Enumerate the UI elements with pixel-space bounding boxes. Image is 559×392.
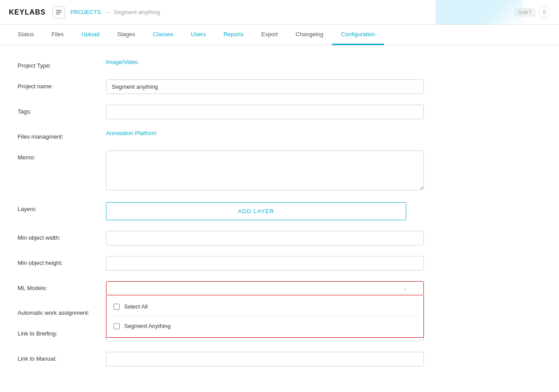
- tab-configuration[interactable]: Configuration: [332, 25, 384, 45]
- link-manual-input-wrapper: [106, 352, 468, 366]
- segment-anything-label: Segment Anything: [124, 323, 171, 329]
- link-briefing-label: Link to Briefing:: [18, 327, 106, 337]
- shift-key-label: SHIFT: [515, 8, 535, 16]
- tab-status[interactable]: Status: [9, 25, 43, 45]
- auto-work-label: Automatic work assignment:: [18, 306, 106, 316]
- min-width-row: Min object width:: [18, 231, 468, 245]
- ml-models-select-all-item[interactable]: Select All: [106, 299, 423, 314]
- tab-upload[interactable]: Upload: [72, 25, 108, 45]
- min-height-row: Min object height:: [18, 256, 468, 271]
- project-type-row: Project Type: Image/Video: [18, 59, 468, 69]
- select-all-checkbox[interactable]: [113, 304, 120, 310]
- breadcrumb: PROJECTS → Segment anything: [70, 9, 160, 15]
- tab-users[interactable]: Users: [182, 25, 215, 45]
- ml-models-row: ML Models: ⌄ Select All Segment Anything: [18, 281, 468, 295]
- projects-link[interactable]: PROJECTS: [70, 9, 101, 15]
- min-height-input[interactable]: [106, 256, 424, 271]
- svg-rect-2: [56, 14, 60, 15]
- breadcrumb-arrow: →: [105, 9, 110, 15]
- chevron-down-icon: ⌄: [403, 285, 408, 291]
- ml-models-trigger[interactable]: ⌄: [106, 281, 424, 295]
- add-layer-button[interactable]: ADD LAYER: [106, 202, 406, 220]
- ml-models-label: ML Models:: [18, 281, 106, 291]
- layers-button-wrapper: ADD LAYER: [106, 202, 468, 220]
- main-content: Project Type: Image/Video Project name: …: [0, 45, 486, 390]
- files-management-row: Files managment: Annotation Platform: [18, 130, 468, 140]
- min-width-label: Min object width:: [18, 231, 106, 241]
- tab-files[interactable]: Files: [43, 25, 72, 45]
- tags-input[interactable]: [106, 105, 424, 119]
- layers-row: Layers: ADD LAYER: [18, 202, 468, 220]
- tab-classes[interactable]: Classes: [144, 25, 182, 45]
- svg-rect-1: [56, 12, 61, 13]
- memo-textarea-wrapper: [106, 151, 468, 192]
- shift-badge: SHIFT 0: [515, 7, 550, 18]
- memo-label: Memo:: [18, 151, 106, 161]
- svg-rect-0: [56, 10, 61, 11]
- tags-row: Tags:: [18, 105, 468, 119]
- tags-input-wrapper: [106, 105, 468, 119]
- min-height-label: Min object height:: [18, 256, 106, 266]
- tab-stages[interactable]: Stages: [109, 25, 144, 45]
- segment-anything-checkbox[interactable]: [113, 323, 120, 329]
- ml-models-wrapper: ⌄ Select All Segment Anything: [106, 281, 468, 295]
- tab-changelog[interactable]: Changelog: [287, 25, 332, 45]
- link-manual-input[interactable]: [106, 352, 424, 366]
- min-height-input-wrapper: [106, 256, 468, 271]
- nav-tabs: Status Files Upload Stages Classes Users…: [0, 25, 559, 45]
- project-name-input[interactable]: [106, 79, 424, 94]
- project-name-input-wrapper: [106, 79, 468, 94]
- tags-label: Tags:: [18, 105, 106, 115]
- files-management-value: Annotation Platform: [106, 130, 468, 136]
- tab-reports[interactable]: Reports: [215, 25, 253, 45]
- project-type-label: Project Type:: [18, 59, 106, 69]
- link-manual-row: Link to Manual:: [18, 352, 468, 366]
- breadcrumb-current: Segment anything: [114, 9, 160, 15]
- logo: KEYLABS: [9, 8, 45, 16]
- min-width-input-wrapper: [106, 231, 468, 245]
- project-type-value: Image/Video: [106, 59, 468, 65]
- min-width-input[interactable]: [106, 231, 424, 245]
- ml-models-dropdown[interactable]: ⌄ Select All Segment Anything: [106, 281, 424, 295]
- project-name-row: Project name:: [18, 79, 468, 94]
- link-manual-label: Link to Manual:: [18, 352, 106, 362]
- files-management-label: Files managment:: [18, 130, 106, 140]
- top-bar: KEYLABS PROJECTS → Segment anything SHIF…: [0, 0, 559, 25]
- top-decoration: [435, 0, 524, 25]
- ml-models-segment-anything-item[interactable]: Segment Anything: [106, 318, 423, 334]
- tab-export[interactable]: Export: [253, 25, 287, 45]
- shift-num: 0: [539, 7, 550, 18]
- select-all-label: Select All: [124, 303, 147, 310]
- project-name-label: Project name:: [18, 79, 106, 90]
- memo-row: Memo:: [18, 151, 468, 192]
- memo-textarea[interactable]: [106, 151, 424, 190]
- layers-label: Layers:: [18, 202, 106, 212]
- menu-icon[interactable]: [53, 6, 65, 19]
- dropdown-separator: [113, 316, 416, 317]
- ml-models-panel: Select All Segment Anything: [106, 295, 424, 338]
